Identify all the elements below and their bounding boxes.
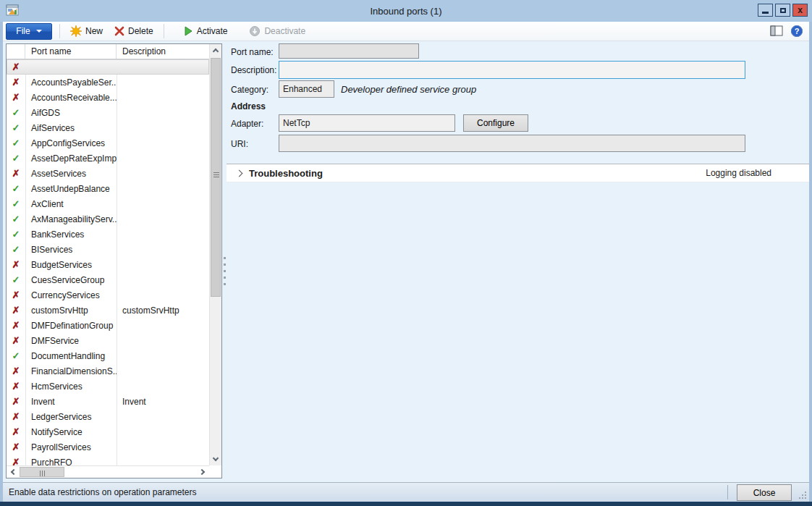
close-window-button[interactable]: x [792, 4, 808, 17]
port-row[interactable]: ✗FinancialDimensionS... [7, 363, 209, 379]
port-row[interactable]: ✗InventInvent [7, 394, 209, 409]
inactive-x-icon: ✗ [7, 412, 25, 422]
file-menu-button[interactable]: File [6, 23, 52, 40]
active-check-icon: ✓ [7, 123, 25, 133]
port-row[interactable]: ✓BIServices [7, 242, 209, 257]
close-button[interactable]: Close [737, 484, 792, 501]
description-cell: Invent [117, 397, 209, 407]
port-name-cell: AssetDepRateExpImp [25, 153, 117, 164]
toolbar-separator [59, 24, 60, 38]
port-row[interactable]: ✓AssetDepRateExpImp [7, 151, 209, 166]
port-row[interactable]: ✗DMFService [7, 333, 209, 348]
troubleshooting-expander[interactable]: Troubleshooting Logging disabled [227, 164, 809, 182]
inactive-x-icon: ✗ [7, 321, 25, 331]
port-name-field[interactable] [279, 43, 419, 59]
minimize-icon [762, 12, 769, 14]
description-field[interactable] [279, 61, 745, 79]
help-icon[interactable]: ? [790, 25, 803, 38]
inactive-x-icon: ✗ [7, 397, 25, 407]
port-row[interactable]: ✗HcmServices [7, 379, 209, 394]
port-name-cell: AccountsPayableSer... [25, 77, 117, 88]
port-name-cell: Invent [25, 397, 117, 407]
port-row[interactable]: ✓AssetUndepBalance [7, 181, 209, 196]
port-row[interactable]: ✗DMFDefinationGroup [7, 318, 209, 333]
port-name-cell: customSrvHttp [25, 305, 117, 316]
port-row[interactable]: ✓AxClient [7, 196, 209, 211]
vertical-scrollbar[interactable] [209, 44, 221, 465]
port-row[interactable]: ✓AppConfigServices [7, 135, 209, 151]
port-row[interactable]: ✓AifGDS [7, 105, 209, 120]
port-name-cell: CurrencyServices [25, 290, 117, 300]
layout-pane-icon[interactable] [770, 25, 783, 37]
troubleshooting-title: Troubleshooting [249, 168, 323, 179]
active-check-icon: ✓ [7, 184, 25, 194]
activate-button[interactable]: Activate [177, 24, 234, 38]
scroll-left-button[interactable] [7, 466, 19, 478]
port-row[interactable]: ✓AxManageabilityServ... [7, 211, 209, 227]
toolbar-separator [164, 24, 164, 38]
port-row[interactable]: ✗AccountsReceivable... [7, 90, 209, 105]
inactive-x-icon: ✗ [7, 260, 25, 270]
active-check-icon: ✓ [7, 153, 25, 164]
port-row[interactable]: ✗AccountsPayableSer... [7, 75, 209, 90]
window-title: Inbound ports (1) [0, 6, 812, 17]
active-check-icon: ✓ [7, 351, 25, 361]
uri-label: URI: [231, 139, 277, 149]
scroll-right-button[interactable] [197, 466, 209, 478]
horizontal-scrollbar[interactable] [7, 465, 209, 478]
port-row[interactable]: ✗PayrollServices [7, 439, 209, 455]
chevron-right-icon [199, 469, 205, 475]
configure-button[interactable]: Configure [463, 114, 528, 132]
adapter-field[interactable] [279, 114, 455, 132]
port-row[interactable]: ✓CuesServiceGroup [7, 272, 209, 287]
statusbar-separator [727, 485, 728, 499]
inactive-x-icon: ✗ [7, 62, 25, 72]
deactivate-button: Deactivate [243, 23, 311, 39]
ports-grid-panel: Port name Description ✗✗AccountsPayableS… [6, 43, 222, 478]
horizontal-scroll-thumb[interactable] [20, 467, 64, 477]
category-field[interactable] [279, 80, 334, 98]
port-row[interactable]: ✗customSrvHttpcustomSrvHttp [7, 303, 209, 318]
inbound-ports-window: Inbound ports (1) x File New Delete [0, 0, 812, 506]
port-details-form: Port name: Description: Category: Develo… [227, 41, 809, 482]
port-name-cell: PayrollServices [25, 442, 117, 452]
port-row[interactable]: ✗PurchRFQ [7, 455, 209, 465]
uri-field[interactable] [279, 135, 745, 152]
delete-button[interactable]: Delete [109, 24, 159, 38]
port-row[interactable]: ✓BankServices [7, 227, 209, 242]
vertical-scroll-thumb[interactable] [211, 58, 221, 297]
window-border [809, 22, 812, 502]
resize-grip-icon[interactable] [798, 491, 807, 499]
status-column-header[interactable] [7, 44, 25, 59]
inactive-x-icon: ✗ [7, 457, 25, 466]
port-row[interactable]: ✗ [7, 59, 209, 75]
new-button[interactable]: New [64, 23, 109, 39]
active-check-icon: ✓ [7, 229, 25, 240]
maximize-button[interactable] [775, 4, 790, 17]
port-name-cell: AxManageabilityServ... [25, 214, 117, 224]
port-name-cell: DocumentHandling [25, 351, 117, 361]
port-name-column-header[interactable]: Port name [25, 44, 117, 59]
inactive-x-icon: ✗ [7, 93, 25, 103]
description-column-header[interactable]: Description [117, 44, 209, 59]
delete-label: Delete [128, 26, 153, 36]
chevron-down-icon [36, 30, 42, 33]
port-row[interactable]: ✓DocumentHandling [7, 348, 209, 363]
port-name-cell: BankServices [25, 229, 117, 240]
activate-label: Activate [197, 26, 228, 36]
port-row[interactable]: ✓AifServices [7, 120, 209, 135]
port-name-cell: AccountsReceivable... [25, 93, 117, 103]
minimize-button[interactable] [758, 4, 773, 17]
description-cell: customSrvHttp [117, 305, 209, 316]
scroll-up-button[interactable] [210, 44, 221, 56]
port-row[interactable]: ✗LedgerServices [7, 409, 209, 424]
svg-text:?: ? [795, 27, 800, 35]
port-row[interactable]: ✗AssetServices [7, 166, 209, 181]
port-row[interactable]: ✗NotifyService [7, 424, 209, 439]
port-row[interactable]: ✗BudgetServices [7, 257, 209, 272]
category-label: Category: [231, 85, 277, 95]
port-row[interactable]: ✗CurrencyServices [7, 287, 209, 303]
inactive-x-icon: ✗ [7, 77, 25, 88]
toolbar: File New Delete Activate [3, 22, 809, 41]
scroll-down-button[interactable] [210, 453, 221, 465]
